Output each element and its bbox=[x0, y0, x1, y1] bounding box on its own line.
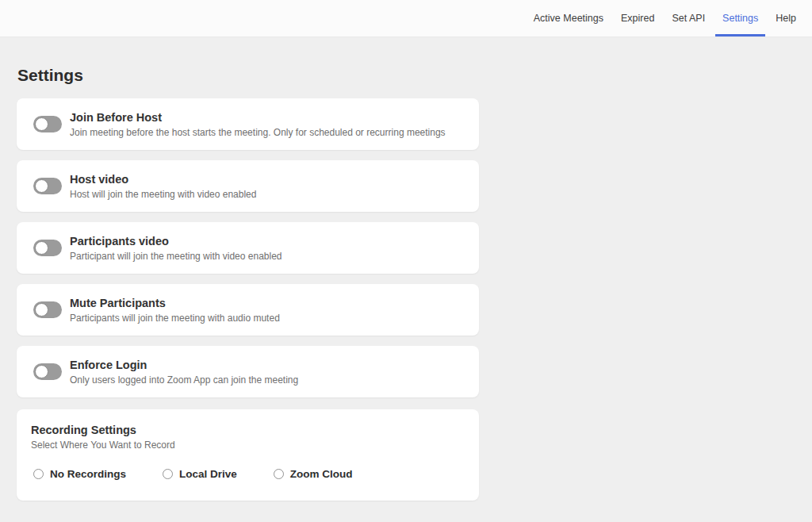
setting-description: Participants will join the meeting with … bbox=[70, 313, 280, 324]
toggle-knob bbox=[35, 241, 48, 255]
setting-description: Only users logged into Zoom App can join… bbox=[70, 374, 298, 386]
toggle-knob bbox=[35, 365, 48, 378]
tab-settings[interactable]: Settings bbox=[714, 0, 767, 36]
radio-option-no-recordings[interactable]: No Recordings bbox=[33, 468, 126, 480]
setting-title: Mute Participants bbox=[70, 296, 280, 310]
recording-settings-card: Recording Settings Select Where You Want… bbox=[17, 409, 479, 501]
setting-text: Host video Host will join the meeting wi… bbox=[70, 172, 256, 200]
radio-label: No Recordings bbox=[50, 468, 126, 480]
tab-expired[interactable]: Expired bbox=[612, 0, 663, 36]
radio-icon[interactable] bbox=[33, 469, 44, 479]
tab-set-api[interactable]: Set API bbox=[663, 0, 714, 36]
setting-card-join-before-host: Join Before Host Join meeting before the… bbox=[17, 98, 479, 150]
setting-text: Enforce Login Only users logged into Zoo… bbox=[70, 358, 298, 386]
setting-description: Host will join the meeting with video en… bbox=[70, 189, 256, 200]
setting-card-enforce-login: Enforce Login Only users logged into Zoo… bbox=[17, 346, 479, 397]
radio-option-local-drive[interactable]: Local Drive bbox=[163, 468, 237, 480]
radio-label: Zoom Cloud bbox=[290, 468, 353, 480]
participants-video-toggle[interactable] bbox=[33, 240, 62, 256]
toggle-knob bbox=[35, 117, 48, 131]
setting-title: Participants video bbox=[70, 234, 282, 248]
setting-description: Participant will join the meeting with v… bbox=[70, 251, 282, 262]
setting-title: Host video bbox=[70, 172, 256, 186]
tab-help[interactable]: Help bbox=[767, 0, 805, 36]
setting-text: Mute Participants Participants will join… bbox=[70, 296, 280, 324]
setting-text: Join Before Host Join meeting before the… bbox=[70, 110, 446, 138]
toggle-knob bbox=[35, 303, 48, 317]
tab-active-meetings[interactable]: Active Meetings bbox=[525, 0, 612, 36]
setting-card-host-video: Host video Host will join the meeting wi… bbox=[17, 160, 479, 212]
setting-text: Participants video Participant will join… bbox=[70, 234, 282, 262]
setting-card-mute-participants: Mute Participants Participants will join… bbox=[17, 284, 479, 336]
radio-option-zoom-cloud[interactable]: Zoom Cloud bbox=[274, 468, 353, 480]
host-video-toggle[interactable] bbox=[33, 178, 62, 194]
mute-participants-toggle[interactable] bbox=[33, 301, 62, 318]
top-nav: Active Meetings Expired Set API Settings… bbox=[0, 0, 812, 37]
toggle-knob bbox=[35, 179, 48, 193]
setting-card-participants-video: Participants video Participant will join… bbox=[17, 222, 479, 274]
radio-icon[interactable] bbox=[163, 469, 173, 479]
join-before-host-toggle[interactable] bbox=[33, 116, 62, 132]
setting-title: Join Before Host bbox=[70, 110, 446, 125]
enforce-login-toggle[interactable] bbox=[33, 363, 62, 380]
radio-label: Local Drive bbox=[179, 468, 237, 480]
settings-page: Settings Join Before Host Join meeting b… bbox=[0, 66, 812, 501]
recording-options: No Recordings Local Drive Zoom Cloud bbox=[33, 468, 465, 480]
recording-settings-subtitle: Select Where You Want to Record bbox=[31, 439, 465, 451]
setting-description: Join meeting before the host starts the … bbox=[70, 127, 446, 138]
setting-title: Enforce Login bbox=[70, 358, 298, 372]
recording-settings-title: Recording Settings bbox=[31, 423, 465, 437]
page-title: Settings bbox=[17, 66, 812, 85]
radio-icon[interactable] bbox=[274, 469, 284, 479]
